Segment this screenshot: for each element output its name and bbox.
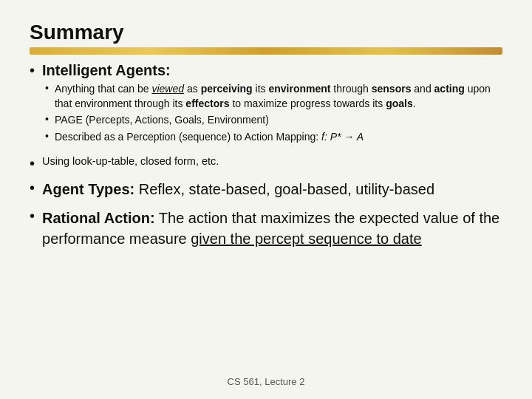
bullet-dot-2: •	[30, 180, 35, 195]
sub-bullet-dot-1: •	[45, 82, 49, 94]
lookup-content: Using look-up-table, closed form, etc.	[42, 155, 502, 167]
sub-bullets-intelligent-agents: • Anything that can be viewed as perceiv…	[45, 82, 502, 144]
sub-bullet-dot-3: •	[45, 130, 49, 142]
rational-action-heading: Rational Action:	[42, 210, 155, 226]
bullet-intelligent-agents: • Intelligent Agents: • Anything that ca…	[30, 62, 502, 146]
sub-bullet-text-3: Described as a Perception (sequence) to …	[55, 130, 364, 145]
agent-types-values: Reflex, state-based, goal-based, utility…	[139, 181, 434, 197]
sub-bullet-perception-mapping: • Described as a Perception (sequence) t…	[45, 130, 502, 145]
bullet-rational-action: • Rational Action: The action that maxim…	[30, 208, 502, 249]
sub-bullet-perceiving: • Anything that can be viewed as perceiv…	[45, 82, 502, 111]
rational-action-text: Rational Action: The action that maximiz…	[42, 210, 499, 247]
slide: Summary • Intelligent Agents: • Anything…	[0, 0, 532, 399]
intelligent-agents-content: Intelligent Agents: • Anything that can …	[42, 62, 502, 146]
bullet-dot-3: •	[30, 208, 35, 223]
sub-bullet-text-1: Anything that can be viewed as perceivin…	[55, 82, 502, 111]
slide-content: • Intelligent Agents: • Anything that ca…	[30, 62, 502, 249]
slide-title: Summary	[30, 21, 502, 44]
sub-bullet-page: • PAGE (Percepts, Actions, Goals, Enviro…	[45, 113, 502, 128]
title-section: Summary	[30, 21, 502, 56]
bullet-dot-1: •	[30, 63, 35, 78]
agent-types-content: Agent Types: Reflex, state-based, goal-b…	[42, 180, 502, 199]
sub-bullet-dot-2: •	[45, 113, 49, 125]
agent-types-line: Agent Types: Reflex, state-based, goal-b…	[42, 181, 434, 197]
bullet-agent-types: • Agent Types: Reflex, state-based, goal…	[30, 180, 502, 199]
title-underline	[30, 46, 502, 56]
intelligent-agents-heading: Intelligent Agents:	[42, 62, 171, 78]
rational-action-content: Rational Action: The action that maximiz…	[42, 208, 502, 249]
sub-bullet-text-2: PAGE (Percepts, Actions, Goals, Environm…	[55, 113, 269, 128]
math-formula: f: P* → A	[321, 131, 364, 143]
bullet-dot-lookup: •	[30, 156, 35, 171]
lookup-text: Using look-up-table, closed form, etc.	[42, 155, 219, 167]
rational-action-underlined: given the percept sequence to date	[191, 231, 421, 247]
agent-types-heading: Agent Types:	[42, 181, 134, 197]
bullet-lookup: • Using look-up-table, closed form, etc.	[30, 155, 502, 171]
title-underline-bar	[30, 47, 502, 55]
slide-footer: CS 561, Lecture 2	[0, 376, 532, 387]
